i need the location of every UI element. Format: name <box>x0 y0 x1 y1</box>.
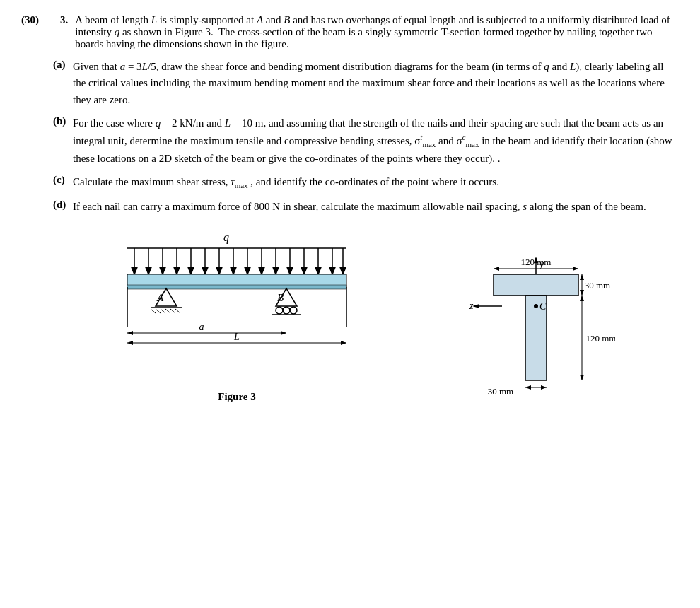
svg-marker-21 <box>259 267 264 274</box>
svg-marker-58 <box>127 341 133 345</box>
svg-marker-11 <box>188 267 194 274</box>
part-b-label: (b) <box>53 115 67 168</box>
svg-marker-84 <box>525 385 531 390</box>
svg-point-49 <box>276 307 283 314</box>
svg-marker-17 <box>231 267 236 274</box>
section-a: (a) Given that a = 3L/5, draw the shear … <box>21 59 679 108</box>
svg-text:a: a <box>199 322 204 332</box>
section-c: (c) Calculate the maximum shear stress, … <box>21 174 679 192</box>
svg-text:z: z <box>469 300 474 311</box>
svg-point-50 <box>283 307 290 314</box>
svg-text:C: C <box>539 301 547 312</box>
svg-marker-81 <box>580 375 584 380</box>
part-a-content: Given that a = 3L/5, draw the shear forc… <box>73 59 679 108</box>
svg-marker-13 <box>202 267 208 274</box>
svg-marker-67 <box>472 304 479 308</box>
svg-line-45 <box>170 309 175 313</box>
svg-line-44 <box>165 309 170 313</box>
problem-number: (30) <box>21 14 53 50</box>
problem-intro: A beam of length L is simply-supported a… <box>75 14 679 50</box>
svg-point-69 <box>534 304 538 308</box>
svg-marker-72 <box>494 267 499 271</box>
svg-marker-76 <box>580 274 584 280</box>
part-a-label: (a) <box>53 59 67 108</box>
section-d: (d) If each nail can carry a maximum for… <box>21 199 679 215</box>
svg-line-43 <box>161 309 165 313</box>
part-c-label: (c) <box>53 174 67 192</box>
svg-marker-29 <box>315 267 321 274</box>
svg-marker-33 <box>340 267 346 274</box>
svg-line-41 <box>151 309 156 313</box>
part-b-content: For the case where q = 2 kN/m and L = 10… <box>73 115 679 168</box>
part-d-label: (d) <box>53 199 67 215</box>
svg-text:q: q <box>223 231 229 244</box>
svg-marker-5 <box>146 267 151 274</box>
svg-line-42 <box>156 309 161 313</box>
svg-text:120 mm: 120 mm <box>586 333 615 344</box>
svg-text:30 mm: 30 mm <box>488 386 513 397</box>
beam-svg: q <box>85 228 389 384</box>
svg-rect-35 <box>127 285 346 289</box>
part-c-content: Calculate the maximum shear stress, τmax… <box>73 174 679 192</box>
svg-marker-7 <box>160 267 165 274</box>
problem-label: 3. <box>60 14 68 50</box>
svg-marker-55 <box>281 331 286 335</box>
beam-diagram: q <box>85 228 389 403</box>
svg-marker-80 <box>580 296 584 301</box>
cross-section-diagram: y z C 120 mm 30 mm <box>431 255 615 403</box>
svg-marker-77 <box>580 290 584 296</box>
cross-section-svg: y z C 120 mm 30 mm <box>431 255 615 403</box>
svg-marker-73 <box>573 267 578 271</box>
svg-marker-27 <box>301 267 307 274</box>
figure-caption: Figure 3 <box>218 391 255 403</box>
svg-marker-15 <box>216 267 222 274</box>
svg-text:L: L <box>233 332 240 342</box>
problem-header: (30) 3. A beam of length L is simply-sup… <box>21 14 679 50</box>
svg-marker-54 <box>127 331 133 335</box>
svg-marker-9 <box>174 267 180 274</box>
svg-text:120 mm: 120 mm <box>521 257 552 267</box>
svg-marker-59 <box>341 341 346 345</box>
svg-marker-85 <box>541 385 547 390</box>
svg-line-46 <box>175 309 180 313</box>
svg-marker-3 <box>132 267 137 274</box>
svg-rect-64 <box>494 274 578 296</box>
svg-marker-25 <box>287 267 293 274</box>
figure-area: q <box>21 228 679 403</box>
svg-marker-19 <box>245 267 250 274</box>
section-b: (b) For the case where q = 2 kN/m and L … <box>21 115 679 168</box>
svg-point-51 <box>290 307 297 314</box>
part-d-content: If each nail can carry a maximum force o… <box>73 199 679 215</box>
svg-marker-31 <box>329 267 335 274</box>
svg-text:30 mm: 30 mm <box>585 280 610 291</box>
svg-marker-23 <box>273 267 279 274</box>
